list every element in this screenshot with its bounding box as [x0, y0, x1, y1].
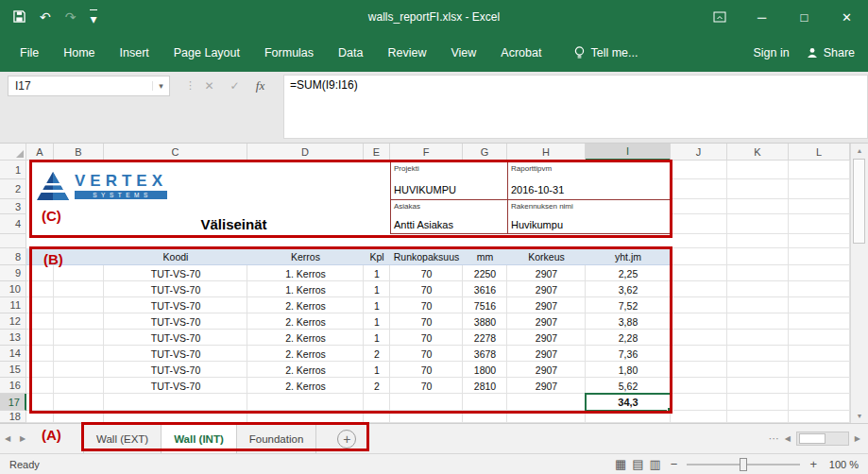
sheet-nav-right-icon[interactable]: ▶ [15, 424, 30, 453]
annotation-label-c: (C) [42, 208, 61, 224]
ribbon-tab-page-layout[interactable]: Page Layout [162, 34, 252, 72]
vscroll-thumb[interactable] [853, 159, 865, 244]
window-controls: ─ □ ✕ [698, 0, 868, 34]
window-title: walls_reportFI.xlsx - Excel [368, 10, 500, 24]
ribbon-tab-view[interactable]: View [438, 34, 488, 72]
gridline-vertical [726, 161, 727, 423]
column-header-g[interactable]: G [463, 144, 507, 161]
ribbon-tab-review[interactable]: Review [375, 34, 438, 72]
row-header-3[interactable]: 3 [0, 199, 26, 214]
person-icon [807, 47, 818, 59]
row-header-4[interactable]: 4 [0, 214, 26, 234]
row-header-hidden[interactable] [0, 234, 26, 248]
column-header-k[interactable]: K [727, 144, 789, 161]
ribbon-display-options-icon[interactable] [698, 0, 740, 34]
row-header-2[interactable]: 2 [0, 179, 26, 199]
title-bar: ↶ ↷ ▾ walls_reportFI.xlsx - Excel ─ □ ✕ [0, 0, 868, 34]
sheet-nav-left-icon[interactable]: ◀ [0, 424, 15, 453]
column-header-i[interactable]: I [586, 144, 671, 161]
lightbulb-icon [574, 46, 585, 59]
formula-bar-grip-icon[interactable]: ⋮ [185, 79, 196, 92]
scroll-up-icon[interactable]: ▲ [851, 147, 868, 154]
column-header-d[interactable]: D [247, 144, 364, 161]
view-shortcuts: ▦ ▤ ▥ [615, 457, 661, 471]
hscroll-left-icon[interactable]: ◀ [785, 434, 791, 443]
zoom-out-icon[interactable]: − [671, 457, 678, 471]
ribbon-tab-strip: FileHomeInsertPage LayoutFormulasDataRev… [8, 34, 553, 72]
ribbon-tab-data[interactable]: Data [326, 34, 375, 72]
scroll-down-icon[interactable]: ▼ [851, 413, 868, 419]
formula-buttons: ✕ ✓ fx [196, 76, 273, 96]
row-header-18[interactable]: 18 [0, 411, 26, 423]
status-ready: Ready [0, 459, 40, 470]
select-all-button[interactable] [0, 144, 26, 161]
share-button[interactable]: Share [807, 46, 855, 59]
enter-icon[interactable]: ✓ [222, 79, 247, 93]
annotation-box-a [81, 422, 369, 451]
ribbon-tab-formulas[interactable]: Formulas [252, 34, 326, 72]
status-bar: Ready ▦ ▤ ▥ − + 100 % [0, 453, 868, 474]
insert-function-icon[interactable]: fx [247, 78, 273, 93]
column-header-f[interactable]: F [390, 144, 463, 161]
formula-input[interactable]: =SUM(I9:I16) [283, 75, 868, 139]
page-break-view-icon[interactable]: ▥ [650, 457, 661, 471]
column-header-a[interactable]: A [26, 144, 54, 161]
row-header-11[interactable]: 11 [0, 297, 26, 313]
ribbon: FileHomeInsertPage LayoutFormulasDataRev… [0, 34, 868, 72]
sign-in-link[interactable]: Sign in [753, 46, 789, 59]
cancel-icon[interactable]: ✕ [196, 79, 222, 93]
row-header-1[interactable]: 1 [0, 161, 26, 179]
name-box-dropdown-icon[interactable]: ▾ [152, 81, 169, 91]
maximize-button[interactable]: □ [783, 0, 825, 34]
qat-customize-icon[interactable]: ▾ [90, 9, 96, 25]
column-header-b[interactable]: B [54, 144, 104, 161]
name-box-value: I17 [9, 79, 152, 93]
hscroll-thumb[interactable] [799, 433, 825, 444]
column-header-l[interactable]: L [789, 144, 850, 161]
annotation-label-b: (B) [43, 251, 63, 267]
name-box[interactable]: I17 ▾ [8, 76, 170, 96]
annotation-box-c [29, 160, 672, 238]
status-right-cluster: ▦ ▤ ▥ − + 100 % [615, 457, 868, 471]
excel-window: ↶ ↷ ▾ walls_reportFI.xlsx - Excel ─ □ ✕ … [0, 0, 868, 474]
share-label: Share [824, 46, 855, 59]
row-header-15[interactable]: 15 [0, 362, 26, 378]
normal-view-icon[interactable]: ▦ [615, 457, 626, 471]
undo-icon[interactable]: ↶ [40, 10, 51, 24]
row-header-13[interactable]: 13 [0, 330, 26, 346]
row-header-8[interactable]: 8 [0, 248, 26, 265]
column-header-j[interactable]: J [671, 144, 727, 161]
tell-me-box[interactable]: Tell me... [574, 46, 638, 59]
column-header-h[interactable]: H [507, 144, 586, 161]
row-header-10[interactable]: 10 [0, 281, 26, 297]
quick-access-toolbar: ↶ ↷ ▾ [0, 9, 97, 25]
row-header-16[interactable]: 16 [0, 378, 26, 394]
tell-me-label: Tell me... [590, 46, 638, 59]
row-header-17[interactable]: 17 [0, 394, 26, 411]
page-layout-view-icon[interactable]: ▤ [632, 457, 643, 471]
annotation-label-a: (A) [42, 427, 61, 443]
row-header-14[interactable]: 14 [0, 346, 26, 362]
row-header-9[interactable]: 9 [0, 265, 26, 281]
zoom-in-icon[interactable]: + [809, 457, 817, 471]
formula-bar-region: I17 ▾ ⋮ ✕ ✓ fx =SUM(I9:I16) [0, 72, 868, 144]
tab-splitter-icon[interactable]: ⋯ [769, 432, 779, 445]
zoom-slider-thumb[interactable] [740, 458, 747, 471]
hscroll-right-icon[interactable]: ▶ [855, 434, 860, 443]
ribbon-tab-acrobat[interactable]: Acrobat [488, 34, 553, 72]
gridline-vertical [788, 161, 789, 423]
column-header-c[interactable]: C [104, 144, 247, 161]
zoom-slider[interactable] [687, 464, 800, 466]
save-icon[interactable] [13, 10, 26, 25]
column-header-e[interactable]: E [364, 144, 390, 161]
ribbon-tab-home[interactable]: Home [51, 34, 107, 72]
close-button[interactable]: ✕ [825, 0, 868, 34]
ribbon-tab-insert[interactable]: Insert [108, 34, 162, 72]
ribbon-tab-file[interactable]: File [8, 34, 51, 72]
row-header-12[interactable]: 12 [0, 313, 26, 330]
vertical-scrollbar[interactable]: ▲ ▼ [850, 144, 868, 423]
zoom-level[interactable]: 100 % [826, 459, 859, 470]
redo-icon[interactable]: ↷ [65, 10, 77, 24]
hscroll-track[interactable] [796, 432, 849, 446]
minimize-button[interactable]: ─ [740, 0, 783, 34]
